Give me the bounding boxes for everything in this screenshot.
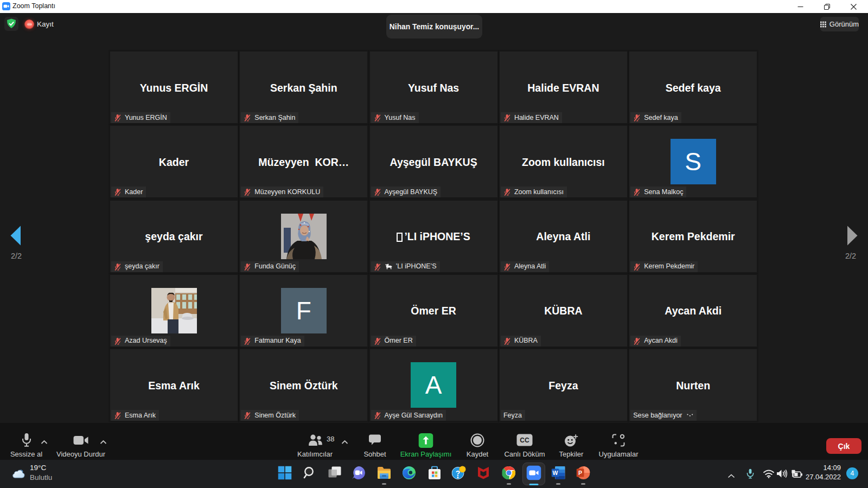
svg-text:W: W [553, 470, 558, 476]
svg-text:CC: CC [520, 436, 529, 444]
svg-text:P: P [578, 470, 582, 476]
svg-text:?: ? [456, 469, 461, 478]
